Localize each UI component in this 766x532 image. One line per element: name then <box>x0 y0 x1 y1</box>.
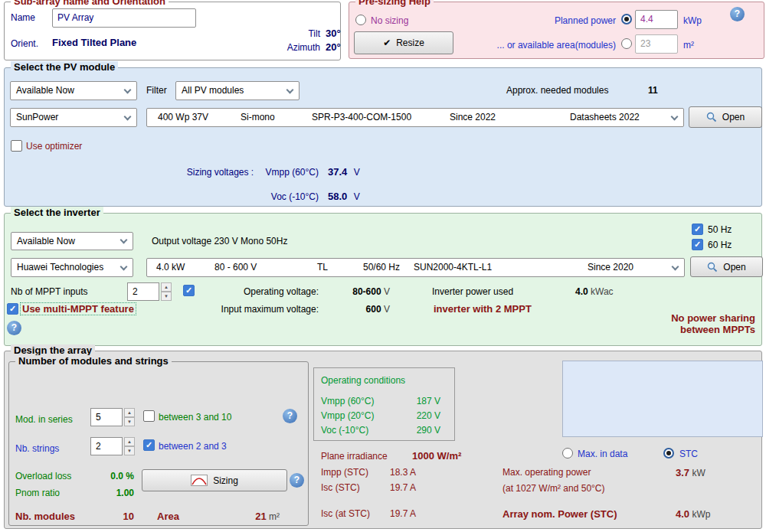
isc-at-stc-label: Isc (at STC) <box>321 508 370 519</box>
mod-series-range-checkbox[interactable] <box>143 410 155 422</box>
array-nom-power-value: 4.0 kWp <box>676 508 710 520</box>
module-spec-power: 400 Wp 37V <box>158 109 208 126</box>
spin-up-icon[interactable] <box>124 408 135 417</box>
opcond-row-label: Vmpp (20°C) <box>321 410 375 421</box>
nb-strings-value[interactable]: 2 <box>90 437 123 455</box>
inverter-power-used-label: Inverter power used <box>432 286 513 297</box>
use-optimizer-label: Use optimizer <box>26 141 82 152</box>
module-manufacturer-dropdown[interactable]: SunPower <box>10 108 137 127</box>
subarray-title: Sub-array name and Orientation <box>11 0 169 7</box>
use-optimizer-checkbox[interactable] <box>11 140 22 152</box>
plane-irradiance-value: 1000 W/m² <box>412 450 461 462</box>
opcond-row-label: Voc (-10°C) <box>321 425 368 436</box>
voc-value: 58.0 V <box>328 191 360 202</box>
inverter-open-button[interactable]: Open <box>690 256 763 277</box>
spin-down-icon[interactable] <box>124 417 135 426</box>
subarray-name-input[interactable]: PV Array <box>52 8 196 28</box>
module-open-button[interactable]: Open <box>689 106 762 128</box>
no-sizing-label: No sizing <box>371 15 408 26</box>
overload-loss-label: Overload loss <box>15 471 71 481</box>
chevron-down-icon <box>286 86 294 94</box>
planned-power-input[interactable]: 4.4 <box>635 10 678 29</box>
spin-down-icon[interactable] <box>124 446 135 455</box>
power-sharing-note: No power sharing between MPPTs <box>671 312 755 335</box>
available-area-radio[interactable] <box>621 38 632 49</box>
inverter-availability-value: Available Now <box>17 236 75 246</box>
planned-power-radio[interactable] <box>621 14 632 24</box>
max-operating-power-value: 3.7 kW <box>676 467 705 478</box>
spin-up-icon[interactable] <box>161 282 172 292</box>
chevron-down-icon <box>124 113 132 121</box>
module-availability-dropdown[interactable]: Available Now <box>10 81 137 100</box>
planned-power-unit: kWp <box>683 15 702 26</box>
inverter-open-label: Open <box>723 262 745 273</box>
inverter-availability-dropdown[interactable]: Available Now <box>11 232 133 250</box>
azimuth-label: Azimuth <box>234 42 320 53</box>
modules-strings-group: Number of modules and strings Mod. in se… <box>8 361 309 526</box>
sizing-help-icon[interactable]: ? <box>290 473 304 488</box>
freq-60hz-checkbox[interactable]: ✓ <box>692 239 703 250</box>
nb-mppt-value[interactable]: 2 <box>127 282 159 301</box>
magnifier-icon <box>707 262 718 273</box>
design-array-title: Design the array <box>11 344 95 356</box>
orient-label: Orient. <box>11 38 38 49</box>
mppt-note: inverter with 2 MPPT <box>434 303 532 315</box>
inverter-section: Select the inverter Available Now Output… <box>4 213 762 346</box>
check-icon: ✓ <box>694 240 701 249</box>
spin-down-icon[interactable] <box>161 292 172 301</box>
inverter-help-icon[interactable]: ? <box>7 321 21 335</box>
pnom-ratio-label: Pnom ratio <box>15 488 60 498</box>
inverter-spec-type: TL <box>317 259 328 276</box>
spin-up-icon[interactable] <box>124 437 135 446</box>
resize-button[interactable]: ✔ Resize <box>354 31 453 54</box>
chevron-down-icon <box>120 263 128 271</box>
azimuth-value: 20° <box>326 41 341 53</box>
isc-at-stc-value: 19.7 A <box>390 508 416 519</box>
resize-button-label: Resize <box>396 38 424 48</box>
opcond-row-value: 290 V <box>391 425 440 436</box>
name-label: Name <box>11 12 35 23</box>
planned-power-label: Planned power <box>463 15 616 26</box>
presizing-title: Pre-sizing Help <box>355 0 434 7</box>
available-area-input[interactable]: 23 <box>635 34 678 54</box>
sizing-button[interactable]: Sizing <box>142 469 287 491</box>
multi-mppt-checkbox[interactable]: ✓ <box>7 303 18 315</box>
module-filter-dropdown[interactable]: All PV modules <box>175 81 300 100</box>
freq-50hz-checkbox[interactable]: ✓ <box>692 224 703 235</box>
inverter-spec-since: Since 2020 <box>588 259 633 276</box>
max-power-condition: (at 1027 W/m² and 50°C) <box>502 483 605 494</box>
stc-radio[interactable] <box>663 448 674 459</box>
stc-label: STC <box>679 449 698 459</box>
pv-module-title: Select the PV module <box>11 61 118 73</box>
isc-stc-label: Isc (STC) <box>321 482 360 493</box>
no-sizing-radio[interactable] <box>355 15 366 25</box>
inverter-power-used-value: 4.0 kWac <box>575 286 614 297</box>
inverter-manufacturer-dropdown[interactable]: Huawei Technologies <box>11 258 133 277</box>
max-in-data-radio[interactable] <box>562 448 573 459</box>
inverter-model-dropdown[interactable]: 4.0 kW 80 - 600 V TL 50/60 Hz SUN2000-4K… <box>146 258 685 277</box>
module-spec-model: SPR-P3-400-COM-1500 <box>312 109 411 126</box>
nb-strings-range-checkbox[interactable]: ✓ <box>143 439 155 451</box>
array-nom-power-label: Array nom. Power (STC) <box>502 508 617 520</box>
area-label: Area <box>157 511 179 522</box>
overload-loss-value: 0.0 % <box>67 471 134 481</box>
module-model-dropdown[interactable]: 400 Wp 37V Si-mono SPR-P3-400-COM-1500 S… <box>146 108 684 127</box>
area-value: 21 m² <box>220 511 280 522</box>
check-icon: ✓ <box>185 286 192 295</box>
mod-series-help-icon[interactable]: ? <box>283 409 297 423</box>
module-filter-value: All PV modules <box>182 85 244 96</box>
vmpp-label: Vmpp (60°C) <box>266 167 319 178</box>
nb-modules-value: 10 <box>82 511 134 522</box>
vmpp-value: 37.4 V <box>328 166 360 178</box>
module-manufacturer-value: SunPower <box>16 112 58 122</box>
module-open-label: Open <box>722 112 745 122</box>
module-spec-since: Since 2022 <box>450 109 496 126</box>
vmpp-sizing-label: Sizing voltages : Vmpp (60°C) <box>112 167 319 178</box>
impp-stc-label: Impp (STC) <box>321 467 368 478</box>
freq-60hz-label: 60 Hz <box>708 240 732 250</box>
mod-series-value[interactable]: 5 <box>90 408 123 426</box>
multi-mppt-label[interactable]: Use multi-MPPT feature <box>21 303 136 315</box>
presizing-help-icon[interactable]: ? <box>730 7 745 21</box>
approx-modules-label: Approx. needed modules <box>506 85 608 96</box>
voc-label: Voc (-10°C) <box>112 191 319 202</box>
